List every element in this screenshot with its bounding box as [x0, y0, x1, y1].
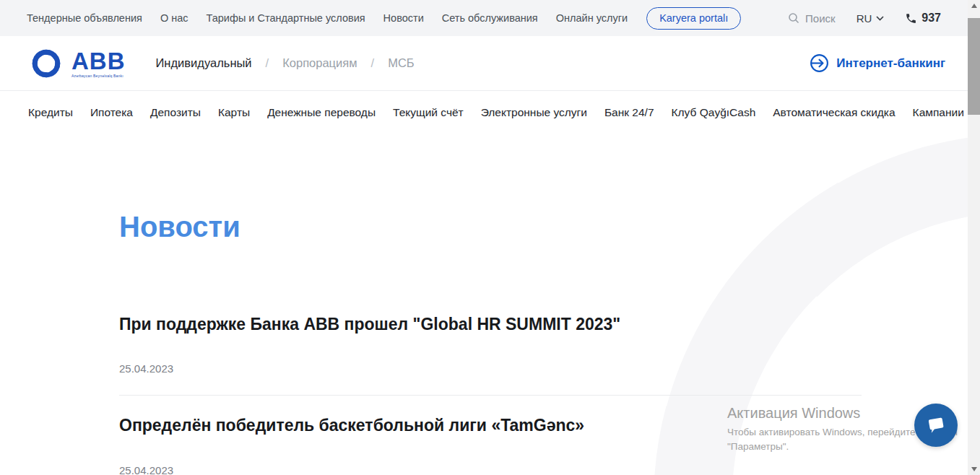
main-header: ABB Azərbaycan Beynəlxalq Bankı Индивиду…	[0, 36, 980, 91]
nav-campaigns[interactable]: Кампании	[913, 106, 964, 119]
nav-money-transfers[interactable]: Денежные переводы	[267, 106, 376, 119]
product-nav: Кредиты Ипотека Депозиты Карты Денежные …	[0, 92, 980, 134]
phone-icon	[905, 12, 917, 25]
internet-banking-label: Интернет-банкинг	[836, 56, 945, 71]
nav-credits[interactable]: Кредиты	[28, 106, 73, 119]
chat-button[interactable]	[914, 404, 958, 447]
top-utility-bar: Тендерные объявления О нас Тарифы и Стан…	[0, 0, 980, 36]
page-title: Новости	[119, 211, 240, 243]
nav-mortgage[interactable]: Ипотека	[90, 106, 133, 119]
news-date: 25.04.2023	[119, 464, 173, 475]
news-title[interactable]: Определён победитель баскетбольной лиги …	[119, 416, 584, 435]
login-arrow-icon	[810, 53, 829, 73]
abb-news-page: Тендерные объявления О нас Тарифы и Стан…	[0, 0, 980, 475]
scroll-down-arrow[interactable]	[968, 463, 980, 475]
search-icon	[788, 12, 799, 24]
abb-logo[interactable]: ABB Azərbaycan Beynəlxalq Bankı	[27, 44, 126, 83]
nav-current-account[interactable]: Текущий счёт	[393, 106, 464, 119]
search-label: Поиск	[805, 12, 836, 25]
segment-separator: /	[371, 56, 375, 70]
news-link[interactable]: Новости	[383, 12, 424, 24]
scroll-up-arrow[interactable]	[968, 0, 980, 12]
chat-bubble-icon	[924, 414, 948, 437]
nav-qaygicash-club[interactable]: Клуб QayğıCash	[672, 106, 756, 119]
abb-swirl-icon	[27, 44, 66, 83]
segment-smb[interactable]: МСБ	[388, 56, 415, 70]
chevron-down-icon	[876, 16, 884, 21]
career-portal-button[interactable]: Karyera portalı	[646, 7, 741, 30]
service-network-link[interactable]: Сеть обслуживания	[442, 12, 538, 24]
segment-individual[interactable]: Индивидуальный	[156, 56, 252, 70]
topbar-right-group: Поиск RU 937	[788, 12, 941, 25]
nav-automatic-discount[interactable]: Автоматическая скидка	[773, 106, 895, 119]
logo-text-wrap: ABB Azərbaycan Beynəlxalq Bankı	[71, 49, 126, 78]
segment-corporate[interactable]: Корпорациям	[282, 56, 357, 70]
nav-deposits[interactable]: Депозиты	[150, 106, 201, 119]
internet-banking-link[interactable]: Интернет-банкинг	[810, 53, 945, 73]
segment-separator: /	[266, 56, 269, 70]
phone-contact[interactable]: 937	[905, 12, 941, 25]
scrollbar-thumb[interactable]	[968, 18, 980, 115]
logo-subtext: Azərbaycan Beynəlxalq Bankı	[71, 74, 126, 78]
search-button[interactable]: Поиск	[788, 12, 836, 25]
news-divider	[119, 395, 862, 396]
news-title[interactable]: При поддержке Банка АВВ прошел "Global H…	[119, 315, 620, 334]
scrollbar[interactable]	[968, 0, 980, 475]
topbar-links: Тендерные объявления О нас Тарифы и Стан…	[27, 12, 628, 24]
nav-electronic-services[interactable]: Электронные услуги	[481, 106, 587, 119]
phone-number: 937	[922, 12, 941, 25]
logo-text: ABB	[71, 49, 126, 73]
nav-cards[interactable]: Карты	[218, 106, 250, 119]
nav-bank-24-7[interactable]: Банк 24/7	[604, 106, 654, 119]
tender-announcements-link[interactable]: Тендерные объявления	[27, 12, 142, 24]
tariffs-link[interactable]: Тарифы и Стандартные условия	[207, 12, 365, 24]
language-selector[interactable]: RU	[857, 12, 885, 25]
news-date: 25.04.2023	[119, 362, 173, 375]
language-value: RU	[857, 12, 872, 25]
audience-segments: Индивидуальный / Корпорациям / МСБ	[156, 56, 415, 70]
online-services-link[interactable]: Онлайн услуги	[556, 12, 628, 24]
about-us-link[interactable]: О нас	[160, 12, 188, 24]
